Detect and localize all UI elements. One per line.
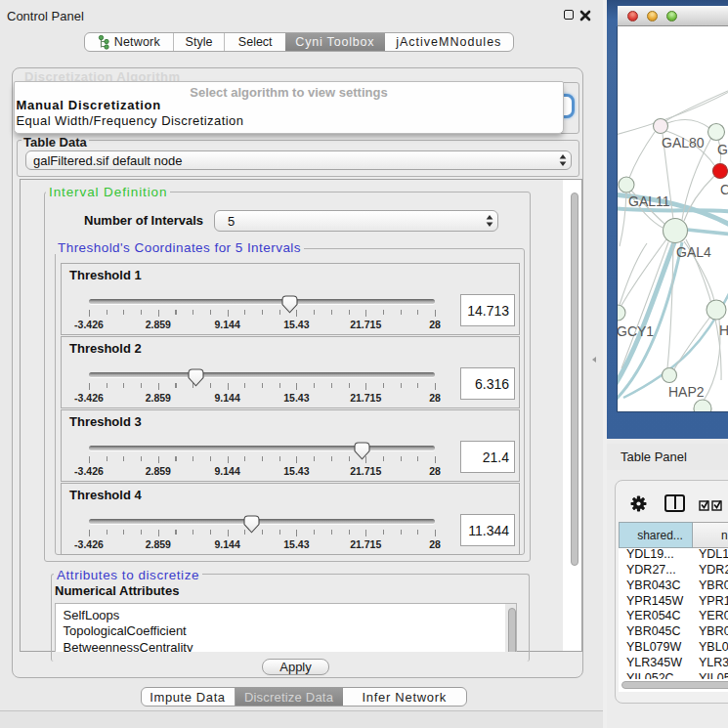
svg-text:GAL11: GAL11 — [628, 193, 670, 209]
svg-text:GAL4: GAL4 — [676, 244, 711, 260]
svg-text:HAP2: HAP2 — [668, 384, 705, 400]
svg-text:GCY1: GCY1 — [618, 323, 654, 339]
svg-text:GAL80: GAL80 — [662, 135, 705, 150]
svg-text:C: C — [720, 182, 728, 197]
svg-text:GA: GA — [717, 142, 728, 157]
svg-text:H: H — [719, 322, 728, 338]
